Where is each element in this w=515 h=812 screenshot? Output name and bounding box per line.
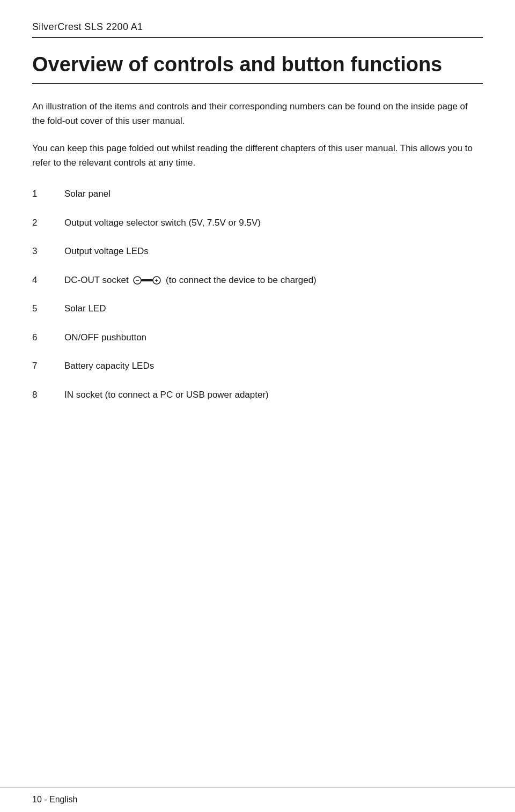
- list-item: 2 Output voltage selector switch (5V, 7.…: [32, 216, 483, 230]
- section-title: Overview of controls and button function…: [32, 53, 483, 77]
- list-item: 3 Output voltage LEDs: [32, 244, 483, 258]
- control-label: Solar LED: [64, 302, 106, 316]
- control-number: 2: [32, 218, 64, 228]
- control-label: Solar panel: [64, 187, 111, 201]
- control-number: 3: [32, 246, 64, 257]
- control-label: ON/OFF pushbutton: [64, 331, 146, 345]
- control-label: Output voltage selector switch (5V, 7.5V…: [64, 216, 261, 230]
- list-item: 6 ON/OFF pushbutton: [32, 331, 483, 345]
- control-number: 1: [32, 189, 64, 199]
- list-item: 7 Battery capacity LEDs: [32, 359, 483, 373]
- footer-section: 10 - English: [0, 787, 515, 812]
- page-container: SilverCrest SLS 2200 A1 Overview of cont…: [0, 0, 515, 812]
- control-label: DC-OUT socket (to connect the devic: [64, 273, 317, 287]
- control-number: 4: [32, 275, 64, 286]
- control-label: Output voltage LEDs: [64, 244, 149, 258]
- header-section: SilverCrest SLS 2200 A1: [32, 21, 483, 38]
- list-item: 4 DC-OUT socket (to: [32, 273, 483, 287]
- intro-paragraph-1: An illustration of the items and control…: [32, 99, 483, 128]
- dc-socket-icon: [133, 275, 161, 286]
- controls-list: 1 Solar panel 2 Output voltage selector …: [32, 187, 483, 401]
- control-number: 7: [32, 361, 64, 371]
- control-number: 8: [32, 390, 64, 400]
- intro-paragraph-2: You can keep this page folded out whilst…: [32, 141, 483, 170]
- product-title: SilverCrest SLS 2200 A1: [32, 21, 143, 32]
- svg-rect-2: [141, 279, 153, 281]
- control-number: 5: [32, 303, 64, 314]
- list-item: 5 Solar LED: [32, 302, 483, 316]
- control-label: Battery capacity LEDs: [64, 359, 154, 373]
- section-title-container: Overview of controls and button function…: [32, 53, 483, 84]
- list-item: 8 IN socket (to connect a PC or USB powe…: [32, 388, 483, 402]
- control-label: IN socket (to connect a PC or USB power …: [64, 388, 269, 402]
- list-item: 1 Solar panel: [32, 187, 483, 201]
- control-number: 6: [32, 332, 64, 343]
- footer-page-info: 10 - English: [32, 795, 78, 804]
